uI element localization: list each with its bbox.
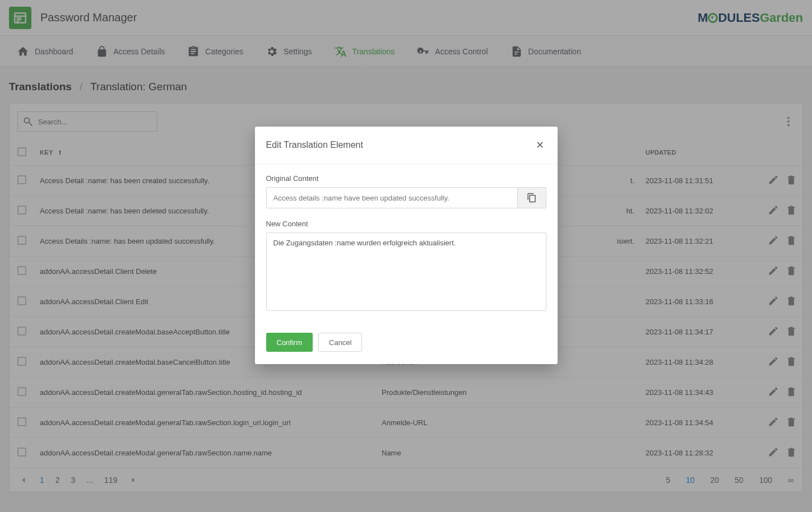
original-content-label: Original Content bbox=[266, 174, 546, 183]
modal-body: Original Content New Content bbox=[255, 164, 558, 323]
copy-button[interactable] bbox=[517, 187, 546, 208]
modal-header: Edit Translation Element ✕ bbox=[255, 127, 558, 164]
modal-overlay[interactable]: Edit Translation Element ✕ Original Cont… bbox=[0, 0, 812, 512]
modal-footer: Confirm Cancel bbox=[255, 323, 558, 364]
new-content-label: New Content bbox=[266, 220, 546, 228]
copy-icon bbox=[527, 193, 537, 203]
edit-translation-modal: Edit Translation Element ✕ Original Cont… bbox=[255, 127, 558, 364]
confirm-button[interactable]: Confirm bbox=[266, 333, 313, 352]
modal-title: Edit Translation Element bbox=[266, 140, 363, 150]
original-content-input bbox=[266, 187, 517, 208]
cancel-button[interactable]: Cancel bbox=[318, 333, 362, 352]
close-icon[interactable]: ✕ bbox=[533, 137, 546, 153]
new-content-textarea[interactable] bbox=[266, 232, 546, 311]
